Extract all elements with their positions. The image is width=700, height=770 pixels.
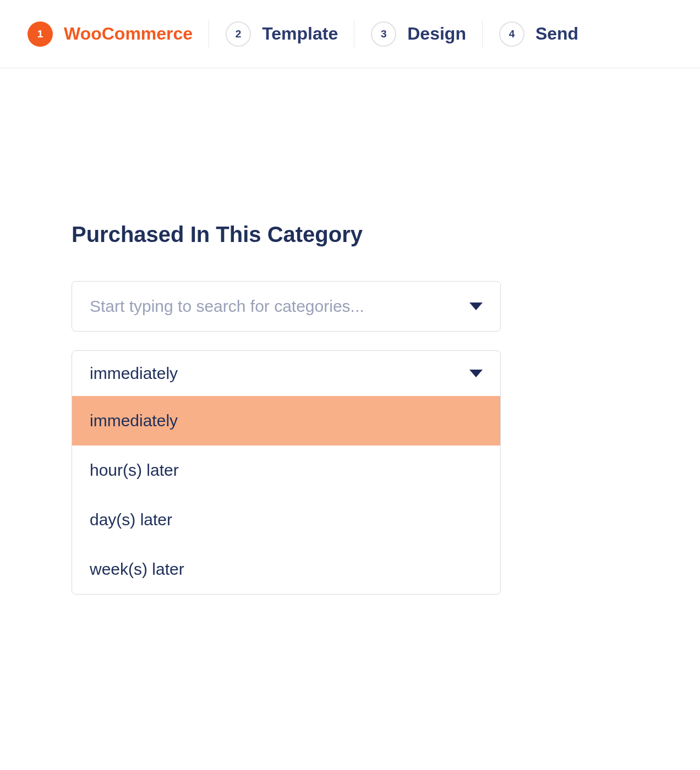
timing-dropdown-options: immediately hour(s) later day(s) later w…: [72, 396, 500, 594]
step-send[interactable]: 4 Send: [483, 21, 595, 47]
category-search-select[interactable]: Start typing to search for categories...: [72, 281, 501, 332]
timing-option-weeks[interactable]: week(s) later: [72, 544, 500, 594]
chevron-down-icon: [469, 370, 483, 377]
timing-option-immediately[interactable]: immediately: [72, 396, 500, 446]
chevron-down-icon: [469, 302, 483, 310]
step-template[interactable]: 2 Template: [209, 21, 354, 47]
category-search-placeholder: Start typing to search for categories...: [90, 297, 364, 316]
timing-option-days[interactable]: day(s) later: [72, 495, 500, 544]
step-design[interactable]: 3 Design: [354, 21, 483, 47]
stepper: 1 WooCommerce 2 Template 3 Design 4 Send: [0, 0, 700, 68]
step-number-badge: 1: [28, 21, 53, 47]
step-number-badge: 4: [499, 21, 524, 47]
main-content: Purchased In This Category Start typing …: [0, 68, 572, 595]
step-number-badge: 2: [226, 21, 251, 47]
step-label: WooCommerce: [64, 24, 193, 44]
timing-option-hours[interactable]: hour(s) later: [72, 446, 500, 495]
step-woocommerce[interactable]: 1 WooCommerce: [11, 21, 209, 47]
timing-selected-value: immediately: [90, 364, 178, 383]
timing-dropdown: immediately immediately hour(s) later da…: [72, 350, 501, 595]
step-label: Design: [407, 24, 466, 44]
timing-dropdown-selected[interactable]: immediately: [72, 351, 500, 396]
section-title: Purchased In This Category: [72, 222, 501, 247]
step-number-badge: 3: [371, 21, 396, 47]
step-label: Template: [262, 24, 338, 44]
step-label: Send: [535, 24, 578, 44]
